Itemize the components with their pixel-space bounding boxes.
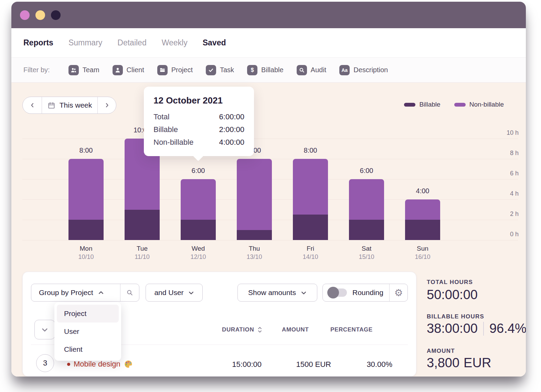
bar-total-label: 4:00 (395, 187, 450, 195)
expand-row-button[interactable] (34, 320, 55, 339)
row-count-badge: 3 (36, 354, 54, 372)
x-axis-day-label: Thu (226, 245, 282, 252)
chevron-up-icon (98, 290, 104, 296)
x-axis-date-label: 16/10 (395, 253, 450, 261)
menu-item-user[interactable]: User (57, 323, 119, 340)
tooltip-billable-value: 2:00:00 (219, 123, 244, 136)
x-axis-day-label: Mon (58, 245, 114, 252)
divider (483, 322, 484, 336)
amount-cell: 1500 EUR (263, 360, 331, 369)
duration-cell: 15:00:00 (201, 360, 262, 369)
date-range-label: This week (60, 101, 92, 109)
rounding-settings-button[interactable]: ⚙ (390, 287, 407, 298)
group-by-dropdown[interactable]: Group by Project (31, 284, 139, 302)
y-axis-tick-label: 10 h (491, 129, 519, 137)
gridline (22, 139, 518, 139)
menu-item-project[interactable]: Project (57, 305, 119, 323)
palette-icon (124, 360, 133, 369)
column-header-amount[interactable]: AMOUNT (282, 326, 309, 333)
tooltip-billable-label: Billable (153, 123, 178, 136)
and-user-label: and User (154, 288, 183, 297)
y-axis-tick-label: 4 h (491, 190, 519, 197)
x-axis-date-label: 13/10 (226, 253, 282, 261)
x-axis-date-label: 11/10 (114, 253, 170, 261)
billable-percentage-value: 96.4% (489, 321, 526, 336)
menu-item-client[interactable]: Client (57, 340, 119, 358)
x-axis-day-label: Sat (339, 245, 394, 252)
date-range-picker: This week (22, 97, 116, 114)
y-axis-tick-label: 0 h (491, 231, 519, 238)
chevron-down-icon (301, 290, 307, 296)
bar-total-label: 8:00 (283, 146, 338, 154)
tooltip-date: 12 October 2021 (153, 95, 244, 106)
amount-label: AMOUNT (427, 348, 455, 355)
billable-hours-value: 38:00:00 (427, 321, 478, 336)
chevron-down-icon (188, 290, 194, 296)
search-icon (126, 289, 134, 296)
bar-nonbillable-segment[interactable] (237, 159, 272, 240)
gridline (22, 240, 518, 240)
y-axis-tick-label: 2 h (491, 210, 519, 218)
rounding-control: Rounding ⚙ (322, 284, 408, 302)
bar-billable-segment[interactable] (237, 230, 272, 240)
calendar-icon (47, 101, 55, 109)
bar-billable-segment[interactable] (349, 220, 384, 240)
total-hours-value: 50:00:00 (427, 287, 478, 302)
rounding-toggle[interactable] (328, 288, 347, 297)
bar-billable-segment[interactable] (181, 220, 216, 240)
chevron-down-icon (41, 326, 48, 333)
show-amounts-dropdown[interactable]: Show amounts (237, 284, 317, 302)
legend-label: Non-billable (469, 101, 504, 108)
bar-billable-segment[interactable] (125, 210, 160, 240)
toggle-knob (327, 287, 339, 298)
x-axis-date-label: 14/10 (283, 253, 338, 261)
x-axis-date-label: 15/10 (339, 253, 394, 261)
rounding-label: Rounding (352, 288, 383, 297)
column-header-duration[interactable]: DURATION (222, 326, 262, 333)
tooltip-total-value: 6:00:00 (219, 110, 244, 123)
project-name-cell[interactable]: Mobile design (67, 360, 133, 369)
project-color-dot-icon (67, 363, 70, 366)
amount-value: 3,800 (427, 356, 459, 370)
percentage-cell: 30.00% (331, 360, 392, 369)
legend-entry-billable[interactable]: Billable (404, 101, 440, 108)
bar-billable-segment[interactable] (405, 220, 440, 240)
group-by-menu: Project User Client (54, 302, 121, 361)
bar-total-label: 6:00 (170, 167, 226, 175)
amount-currency: EUR (464, 356, 491, 370)
show-amounts-label: Show amounts (248, 288, 296, 297)
sort-icon (257, 326, 262, 333)
bar-billable-segment[interactable] (293, 215, 328, 240)
x-axis-date-label: 10/10 (58, 253, 114, 261)
gear-icon: ⚙ (394, 287, 403, 298)
prev-week-button[interactable] (23, 97, 42, 113)
chart-tooltip: 12 October 2021 Total6:00:00 Billable2:0… (144, 87, 254, 156)
legend-label: Billable (419, 101, 440, 108)
y-axis-tick-label: 6 h (491, 170, 519, 177)
and-user-dropdown[interactable]: and User (146, 284, 203, 302)
x-axis-day-label: Fri (283, 245, 338, 252)
billable-hours-label: BILLABLE HOURS (427, 313, 484, 320)
group-by-label: Group by Project (39, 288, 93, 297)
legend-entry-non-billable[interactable]: Non-billable (454, 101, 504, 108)
group-search-button[interactable] (120, 289, 139, 296)
bar-total-label: 8:00 (58, 146, 114, 154)
this-week-button[interactable]: This week (42, 97, 97, 113)
amount-row: 3,800 EUR (427, 356, 491, 370)
bar-total-label: 6:00 (339, 167, 394, 175)
billable-hours-row: 38:00:00 96.4% (427, 321, 526, 336)
x-axis-day-label: Sun (395, 245, 450, 252)
legend-swatch-icon (404, 103, 415, 107)
next-week-button[interactable] (98, 97, 116, 113)
chart-legend: BillableNon-billable (404, 101, 504, 108)
tooltip-nonbillable-label: Non-billable (153, 136, 193, 149)
column-header-percentage[interactable]: PERCENTAGE (330, 326, 373, 333)
tooltip-nonbillable-value: 4:00:00 (219, 136, 244, 149)
x-axis-day-label: Wed (170, 245, 226, 252)
legend-swatch-icon (454, 103, 466, 107)
app-window: Reports Summary Detailed Weekly Saved Fi… (11, 2, 526, 377)
bar-billable-segment[interactable] (68, 220, 104, 240)
x-axis-day-label: Tue (114, 245, 170, 252)
total-hours-label: TOTAL HOURS (427, 279, 473, 286)
tooltip-total-label: Total (153, 110, 169, 123)
